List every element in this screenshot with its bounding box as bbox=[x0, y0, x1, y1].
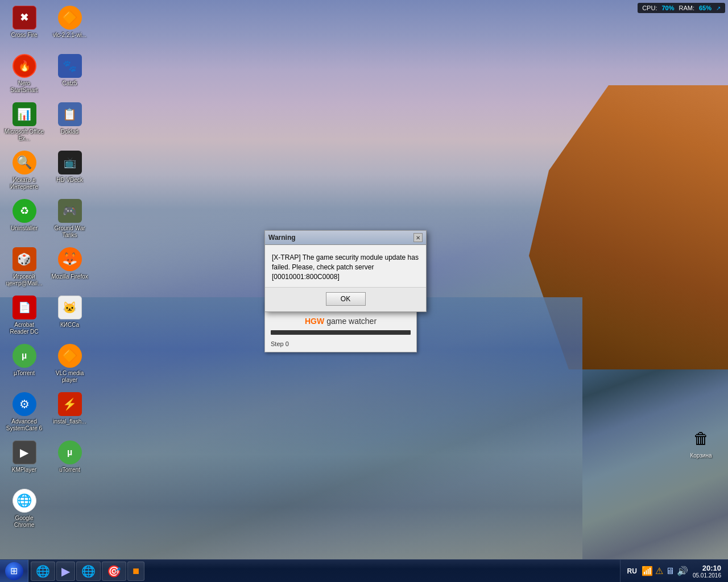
vlc22-label: vlc-2.2.1-wi... bbox=[53, 32, 86, 39]
asc-label: Advanced SystemCare 6 bbox=[5, 418, 44, 432]
tray-monitor-icon[interactable]: 🖥 bbox=[665, 566, 675, 576]
doklad-label: Doklad bbox=[61, 128, 78, 135]
taskbar-target-button[interactable]: 🎯 bbox=[102, 562, 126, 581]
warning-dialog-title: Warning bbox=[268, 234, 296, 242]
recycle-bin-label: Корзина bbox=[690, 452, 712, 459]
desktop-icon-vlc22[interactable]: 🔶 vlc-2.2.1-wi... bbox=[48, 3, 91, 51]
catz5-icon: 🐾 bbox=[58, 54, 82, 78]
acrobat-icon: 📄 bbox=[13, 296, 36, 319]
taskbar-media-button[interactable]: ▶ bbox=[56, 562, 75, 581]
start-button[interactable]: ⊞ bbox=[0, 560, 28, 583]
msoffice-icon: 📊 bbox=[13, 102, 36, 126]
desktop-icon-asc[interactable]: ⚙ Advanced SystemCare 6 bbox=[3, 389, 46, 438]
utorrent2-label: uTorrent bbox=[59, 467, 80, 473]
doklad-icon: 📋 bbox=[58, 102, 82, 126]
desktop-icon-acrobat[interactable]: 📄 Acrobat Reader DC bbox=[3, 293, 46, 341]
gamecenter-label: Игровой центр@Mail... bbox=[5, 273, 44, 287]
cross-fire-icon: ✖ bbox=[13, 6, 36, 30]
desktop-icon-msoffice[interactable]: 📊 Microsoft Office Ex... bbox=[3, 99, 46, 148]
kmplayer-icon: ▶ bbox=[13, 440, 36, 464]
desktop-icon-catz5[interactable]: 🐾 Catz5 bbox=[48, 51, 91, 99]
desktop-icon-firefox[interactable]: 🦊 Mozilla Firefox bbox=[48, 244, 91, 293]
desktop-icon-groundwar[interactable]: 🎮 Ground War Tanks bbox=[48, 196, 91, 244]
desktop-icon-uninstaller[interactable]: ♻ Uninstaller bbox=[3, 196, 46, 244]
desktop-icon-cross-fire[interactable]: ✖ Cross Fire bbox=[3, 3, 46, 51]
hgw-subtitle: game watcher bbox=[326, 317, 377, 326]
hgw-progress-bar bbox=[271, 330, 411, 335]
desktop-icon-utorrent2[interactable]: µ uTorrent bbox=[48, 438, 91, 486]
cpu-label: CPU: bbox=[642, 5, 657, 11]
warning-dialog: Warning ✕ [X-TRAP] The game security mod… bbox=[264, 230, 427, 312]
hgw-title: HGW bbox=[305, 317, 324, 326]
warning-dialog-close-button[interactable]: ✕ bbox=[413, 233, 423, 242]
msoffice-label: Microsoft Office Ex... bbox=[5, 128, 44, 142]
taskbar-apps: 🌐 ▶ 🌐 🎯 ■ bbox=[28, 560, 147, 582]
tray-volume-icon[interactable]: 🔊 bbox=[677, 566, 688, 576]
desktop-icon-gamecenter[interactable]: 🎲 Игровой центр@Mail... bbox=[3, 244, 46, 293]
system-monitor[interactable]: CPU: 70% RAM: 65% ↗ bbox=[638, 3, 725, 13]
start-orb: ⊞ bbox=[5, 562, 23, 580]
nero-label: Nero StartSmart bbox=[5, 80, 44, 94]
taskbar-chrome-button[interactable]: 🌐 bbox=[76, 562, 101, 581]
desktop-icons-container: ✖ Cross Fire 🔥 Nero StartSmart 📊 Microso… bbox=[3, 3, 94, 543]
utorrent-icon: µ bbox=[13, 344, 36, 368]
flash-icon: ⚡ bbox=[58, 392, 82, 416]
groundwar-label: Ground War Tanks bbox=[50, 225, 90, 239]
desktop-icon-utorrent[interactable]: µ µTorrent bbox=[3, 341, 46, 389]
kissca-label: КИССа bbox=[60, 322, 79, 329]
desktop-icon-doklad[interactable]: 📋 Doklad bbox=[48, 99, 91, 148]
hdvdeck-icon: 📺 bbox=[58, 151, 82, 174]
tray-language[interactable]: RU bbox=[625, 567, 639, 575]
chrome-label: Google Chrome bbox=[5, 515, 44, 529]
desktop-icon-chrome[interactable]: 🌐 Google Chrome bbox=[3, 486, 46, 534]
vlc22-icon: 🔶 bbox=[58, 6, 82, 30]
search-icon: 🔍 bbox=[13, 151, 36, 174]
hgw-step-label: Step 0 bbox=[265, 340, 416, 352]
vlcmedia-label: VLC media player bbox=[50, 370, 90, 384]
desktop-icon-kissca[interactable]: 🐱 КИССа bbox=[48, 293, 91, 341]
desktop-icon-kmplayer[interactable]: ▶ KMPlayer bbox=[3, 438, 46, 486]
tray-time-value: 20:10 bbox=[693, 564, 721, 572]
uninstaller-icon: ♻ bbox=[13, 199, 36, 223]
kmplayer-label: KMPlayer bbox=[12, 467, 36, 473]
target-icon: 🎯 bbox=[107, 564, 121, 578]
warning-dialog-body: [X-TRAP] The game security module update… bbox=[265, 245, 426, 287]
hgw-body: HGW game watcher bbox=[265, 312, 416, 330]
recycle-bin-icon[interactable]: 🗑 Корзина bbox=[680, 426, 722, 459]
taskbar: ⊞ 🌐 ▶ 🌐 🎯 ■ RU 📶 ⚠ 🖥 bbox=[0, 559, 728, 582]
cpu-value: 70% bbox=[661, 5, 674, 11]
hdvdeck-label: HD VDeck bbox=[56, 177, 83, 184]
monitor-expand-icon[interactable]: ↗ bbox=[716, 5, 721, 11]
gamecenter-icon: 🎲 bbox=[13, 247, 36, 271]
search-label: Искать в Интернете bbox=[5, 177, 44, 190]
desktop: CPU: 70% RAM: 65% ↗ ✖ Cross Fire 🔥 Nero … bbox=[0, 0, 728, 582]
desktop-icon-vlcmedia[interactable]: 🔶 VLC media player bbox=[48, 341, 91, 389]
utorrent2-icon: µ bbox=[58, 440, 82, 464]
cross-fire-label: Cross Fire bbox=[11, 32, 37, 39]
asc-icon: ⚙ bbox=[13, 392, 36, 416]
taskbar-chrome-icon: 🌐 bbox=[81, 564, 96, 578]
taskbar-ie-button[interactable]: 🌐 bbox=[31, 562, 55, 581]
tray-clock[interactable]: 20:10 05.01.2016 bbox=[690, 564, 723, 579]
desktop-icon-flash[interactable]: ⚡ instal_flash... bbox=[48, 389, 91, 438]
firefox-icon: 🦊 bbox=[58, 247, 82, 271]
warning-dialog-close-icon: ✕ bbox=[416, 235, 420, 241]
warning-ok-button[interactable]: OK bbox=[326, 292, 366, 306]
tray-network-icon[interactable]: 📶 bbox=[642, 566, 653, 576]
warning-dialog-titlebar: Warning ✕ bbox=[265, 231, 426, 245]
warning-dialog-message: [X-TRAP] The game security module update… bbox=[272, 253, 419, 281]
desktop-icon-nero[interactable]: 🔥 Nero StartSmart bbox=[3, 51, 46, 99]
acrobat-label: Acrobat Reader DC bbox=[5, 322, 44, 335]
hgw-progress-area bbox=[265, 330, 416, 340]
desktop-icon-search[interactable]: 🔍 Искать в Интернете bbox=[3, 148, 46, 196]
chrome-icon: 🌐 bbox=[13, 489, 36, 513]
kissca-icon: 🐱 bbox=[58, 296, 82, 319]
ram-label: RAM: bbox=[679, 5, 694, 11]
taskbar-hgw-button[interactable]: ■ bbox=[127, 562, 144, 581]
desktop-icon-hdvdeck[interactable]: 📺 HD VDeck bbox=[48, 148, 91, 196]
tray-date-value: 05.01.2016 bbox=[693, 572, 721, 579]
nero-icon: 🔥 bbox=[13, 54, 36, 78]
flash-label: instal_flash... bbox=[53, 418, 86, 425]
catz5-label: Catz5 bbox=[62, 80, 77, 87]
tray-warning-icon[interactable]: ⚠ bbox=[655, 566, 663, 576]
